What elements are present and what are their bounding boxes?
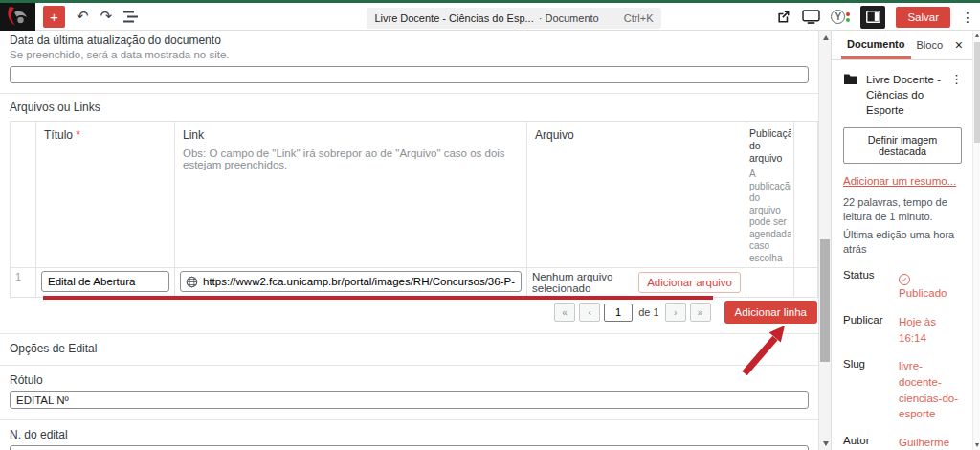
col-titulo: Título * <box>36 122 175 268</box>
divider <box>0 333 818 334</box>
top-toolbar: + ↶ ↷ Livre Docente - Ciências do Esp...… <box>0 0 980 31</box>
rotulo-label: Rótulo <box>10 373 809 387</box>
edital-section-title: Opções de Edital <box>10 342 809 355</box>
document-switcher[interactable]: Livre Docente - Ciências do Esp... · Doc… <box>367 8 661 29</box>
add-file-button[interactable]: Adicionar arquivo <box>638 272 741 293</box>
doc-pill-type: · Documento <box>539 12 599 24</box>
meta-row-status: Status ✓Publicado <box>843 269 961 302</box>
row-index: 1 <box>11 268 36 298</box>
settings-sidebar-toggle[interactable] <box>860 6 885 29</box>
pagination-last-button[interactable]: » <box>690 303 711 322</box>
col-link: Link Obs: O campo de "Link" irá sobrepor… <box>175 122 527 268</box>
sidebar-doc-title: Livre Docente - Ciências do Esporte <box>866 72 943 118</box>
meta-row-autor: Autor Guilherme <box>843 435 961 450</box>
scroll-down-arrow[interactable] <box>973 440 980 450</box>
publish-date-value[interactable]: Hoje às 16:14 <box>899 314 961 346</box>
word-count-text: 22 palavras, tempo de leitura de 1 minut… <box>843 195 961 224</box>
pagination-first-button[interactable]: « <box>554 303 575 322</box>
meta-row-slug: Slug livre-docente-ciencias-do-esporte <box>843 358 961 422</box>
sidebar-tabs: Documento Bloco × <box>832 31 972 60</box>
close-sidebar-icon[interactable]: × <box>955 31 963 59</box>
files-section-title: Arquivos ou Links <box>10 101 809 114</box>
numero-edital-input[interactable] <box>10 445 809 450</box>
files-table-header: Título * Link Obs: O campo de "Link" irá… <box>11 122 818 268</box>
preview-desktop-icon[interactable] <box>802 10 820 25</box>
files-table: Título * Link Obs: O campo de "Link" irá… <box>10 121 818 298</box>
col-arquivo: Arquivo <box>527 122 746 268</box>
status-value[interactable]: ✓Publicado <box>899 269 961 302</box>
sidebar-scrollbar[interactable] <box>972 31 980 450</box>
scrollbar-thumb[interactable] <box>974 42 980 143</box>
annotation-arrow-icon <box>723 318 799 385</box>
add-block-button[interactable]: + <box>43 6 65 28</box>
table-row: 1 Nenhum arquiv <box>11 268 818 298</box>
author-value[interactable]: Guilherme <box>899 435 961 450</box>
arquivo-status-text: Nenhum arquivo selecionado <box>532 271 632 294</box>
scroll-up-arrow[interactable] <box>973 31 980 40</box>
date-field-help: Se preenchido, será a data mostrada no s… <box>10 49 809 60</box>
link-obs-text: Obs: O campo de "Link" irá sobrepor ao d… <box>183 147 519 170</box>
col-publicacao: Publicação do arquivo A publicação do ar… <box>746 122 794 268</box>
pagination-page-input[interactable] <box>604 304 633 322</box>
required-mark: * <box>76 128 80 142</box>
doc-pill-title: Livre Docente - Ciências do Esp... <box>374 12 533 24</box>
date-input[interactable] <box>10 66 809 83</box>
tab-bloco[interactable]: Bloco <box>911 31 949 59</box>
save-button[interactable]: Salvar <box>896 7 950 28</box>
numero-edital-label: N. do edital <box>10 428 809 441</box>
titulo-input[interactable] <box>41 271 169 292</box>
redo-icon[interactable]: ↷ <box>100 8 113 25</box>
link-input[interactable] <box>180 271 522 292</box>
doc-options-icon[interactable]: ⋮ <box>950 72 963 86</box>
globe-icon <box>186 276 198 288</box>
site-logo-icon[interactable] <box>0 3 35 31</box>
table-pagination: « ‹ de 1 › » Adicionar linha <box>10 301 817 324</box>
list-view-icon[interactable] <box>123 11 139 23</box>
meta-row-publicar: Publicar Hoje às 16:14 <box>843 314 961 346</box>
tab-documento[interactable]: Documento <box>841 31 911 59</box>
main-scrollbar[interactable] <box>818 31 831 450</box>
options-menu-icon[interactable]: ⋮ <box>961 10 974 25</box>
pagination-next-button[interactable]: › <box>665 303 686 322</box>
add-summary-link[interactable]: Adicionar um resumo... <box>843 175 956 187</box>
yoast-seo-icon[interactable]: Y <box>831 10 850 24</box>
pagination-of-label: de 1 <box>638 306 658 318</box>
featured-image-button[interactable]: Definir imagem destacada <box>843 127 962 164</box>
date-field-label: Data da última atualização do documento <box>10 34 809 47</box>
publicacao-help-text: A publicação do arquivo pode ser agendad… <box>749 169 791 261</box>
slug-value[interactable]: livre-docente-ciencias-do-esporte <box>899 358 961 422</box>
doc-pill-shortcut: Ctrl+K <box>624 12 654 24</box>
editor-screen: + ↶ ↷ Livre Docente - Ciências do Esp...… <box>0 0 980 450</box>
settings-sidebar: Documento Bloco × Livre Docente - Ciênci… <box>831 31 972 450</box>
annotation-underline <box>43 296 713 300</box>
document-meta: Status ✓Publicado Publicar Hoje às 16:14… <box>843 269 961 450</box>
divider <box>0 93 818 94</box>
divider <box>0 365 818 366</box>
scrollbar-thumb[interactable] <box>820 239 830 362</box>
undo-icon[interactable]: ↶ <box>77 8 89 25</box>
pagination-prev-button[interactable]: ‹ <box>579 303 600 322</box>
rotulo-input[interactable] <box>10 391 809 409</box>
folder-icon <box>843 73 858 85</box>
published-check-icon: ✓ <box>899 274 910 285</box>
document-form: Data da última atualização do documento … <box>0 31 818 450</box>
last-edit-text: Última edição uma hora atrás <box>843 228 961 257</box>
divider <box>0 419 818 420</box>
view-site-icon[interactable] <box>775 9 791 25</box>
